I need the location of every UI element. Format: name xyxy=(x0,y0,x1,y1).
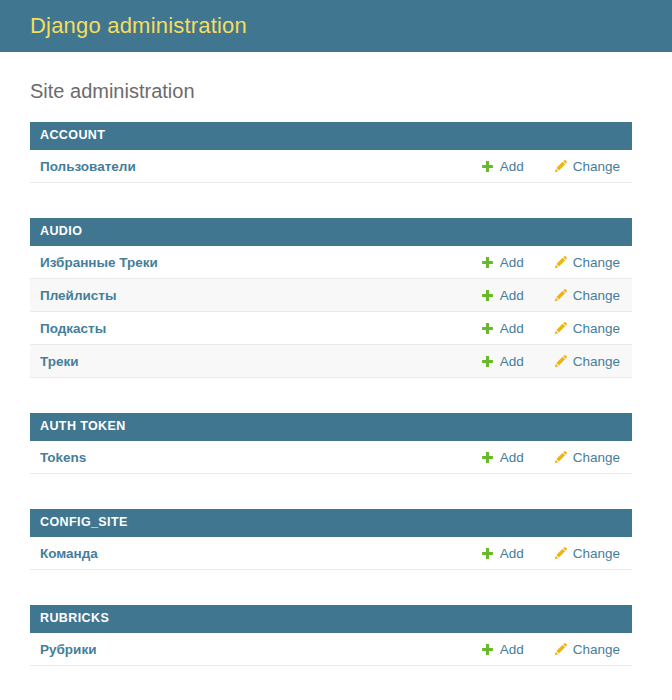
model-link[interactable]: Рубрики xyxy=(40,642,481,657)
module-rows: Tokens Add Change xyxy=(30,441,632,474)
add-label: Add xyxy=(500,288,524,303)
change-link[interactable]: Change xyxy=(554,255,620,270)
add-link[interactable]: Add xyxy=(481,288,524,303)
plus-icon xyxy=(481,322,494,335)
add-label: Add xyxy=(500,255,524,270)
model-link[interactable]: Пользователи xyxy=(40,159,481,174)
add-link[interactable]: Add xyxy=(481,159,524,174)
page-title: Site administration xyxy=(30,79,632,103)
pencil-icon xyxy=(554,289,567,302)
add-link[interactable]: Add xyxy=(481,546,524,561)
change-label: Change xyxy=(573,159,620,174)
plus-icon xyxy=(481,451,494,464)
app-module: CONFIG_SITE Команда Add Change xyxy=(30,509,632,570)
app-module: ACCOUNT Пользователи Add Change xyxy=(30,122,632,183)
model-link[interactable]: Плейлисты xyxy=(40,288,481,303)
plus-icon xyxy=(481,643,494,656)
app-module: AUDIO Избранные Треки Add Change Плей xyxy=(30,218,632,378)
module-rows: Пользователи Add Change xyxy=(30,150,632,183)
pencil-icon xyxy=(554,547,567,560)
model-row: Рубрики Add Change xyxy=(30,633,632,666)
model-row: Подкасты Add Change xyxy=(30,312,632,345)
model-link[interactable]: Подкасты xyxy=(40,321,481,336)
plus-icon xyxy=(481,289,494,302)
change-link[interactable]: Change xyxy=(554,642,620,657)
add-link[interactable]: Add xyxy=(481,642,524,657)
module-list: ACCOUNT Пользователи Add Change A xyxy=(30,122,632,666)
change-link[interactable]: Change xyxy=(554,288,620,303)
header: Django administration xyxy=(0,0,672,52)
change-link[interactable]: Change xyxy=(554,450,620,465)
add-link[interactable]: Add xyxy=(481,255,524,270)
module-rows: Рубрики Add Change xyxy=(30,633,632,666)
add-label: Add xyxy=(500,321,524,336)
model-link[interactable]: Треки xyxy=(40,354,481,369)
module-caption[interactable]: AUDIO xyxy=(30,218,632,246)
add-label: Add xyxy=(500,159,524,174)
pencil-icon xyxy=(554,355,567,368)
change-label: Change xyxy=(573,546,620,561)
module-rows: Избранные Треки Add Change Плейлисты xyxy=(30,246,632,378)
change-label: Change xyxy=(573,450,620,465)
plus-icon xyxy=(481,160,494,173)
change-label: Change xyxy=(573,642,620,657)
pencil-icon xyxy=(554,322,567,335)
model-row: Треки Add Change xyxy=(30,345,632,378)
model-row: Плейлисты Add Change xyxy=(30,279,632,312)
app-module: AUTH TOKEN Tokens Add Change xyxy=(30,413,632,474)
add-label: Add xyxy=(500,450,524,465)
change-label: Change xyxy=(573,354,620,369)
branding-title[interactable]: Django administration xyxy=(30,13,247,39)
add-link[interactable]: Add xyxy=(481,321,524,336)
pencil-icon xyxy=(554,256,567,269)
change-label: Change xyxy=(573,255,620,270)
change-link[interactable]: Change xyxy=(554,159,620,174)
model-link[interactable]: Tokens xyxy=(40,450,481,465)
add-link[interactable]: Add xyxy=(481,450,524,465)
model-row: Пользователи Add Change xyxy=(30,150,632,183)
change-link[interactable]: Change xyxy=(554,321,620,336)
plus-icon xyxy=(481,256,494,269)
module-caption[interactable]: RUBRICKS xyxy=(30,605,632,633)
model-row: Tokens Add Change xyxy=(30,441,632,474)
module-rows: Команда Add Change xyxy=(30,537,632,570)
plus-icon xyxy=(481,547,494,560)
change-label: Change xyxy=(573,321,620,336)
pencil-icon xyxy=(554,451,567,464)
module-caption[interactable]: CONFIG_SITE xyxy=(30,509,632,537)
module-caption[interactable]: AUTH TOKEN xyxy=(30,413,632,441)
model-row: Команда Add Change xyxy=(30,537,632,570)
content: Site administration ACCOUNT Пользователи… xyxy=(0,79,672,666)
add-label: Add xyxy=(500,546,524,561)
module-caption[interactable]: ACCOUNT xyxy=(30,122,632,150)
model-row: Избранные Треки Add Change xyxy=(30,246,632,279)
model-link[interactable]: Команда xyxy=(40,546,481,561)
change-label: Change xyxy=(573,288,620,303)
change-link[interactable]: Change xyxy=(554,354,620,369)
change-link[interactable]: Change xyxy=(554,546,620,561)
model-link[interactable]: Избранные Треки xyxy=(40,255,481,270)
plus-icon xyxy=(481,355,494,368)
app-module: RUBRICKS Рубрики Add Change xyxy=(30,605,632,666)
pencil-icon xyxy=(554,643,567,656)
add-label: Add xyxy=(500,642,524,657)
add-link[interactable]: Add xyxy=(481,354,524,369)
pencil-icon xyxy=(554,160,567,173)
add-label: Add xyxy=(500,354,524,369)
